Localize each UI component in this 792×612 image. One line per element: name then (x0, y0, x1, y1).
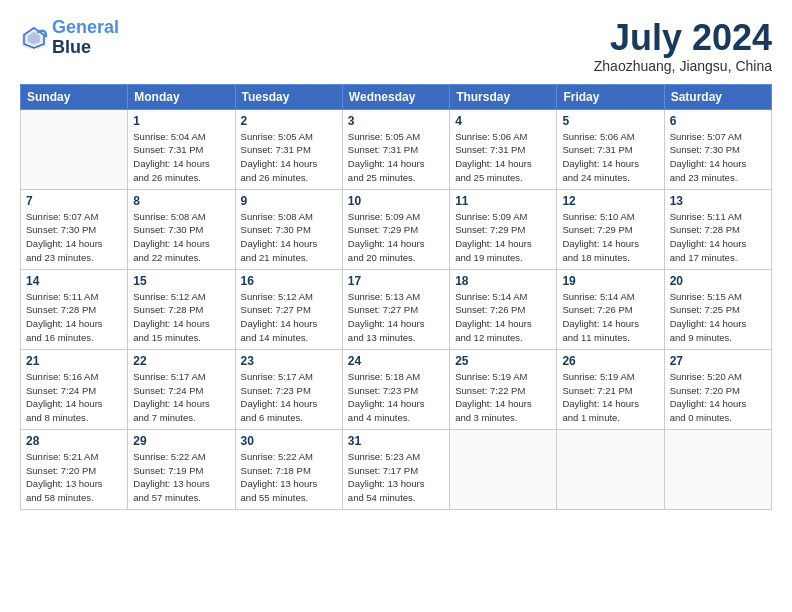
day-number: 8 (133, 194, 229, 208)
day-number: 7 (26, 194, 122, 208)
page: General Blue July 2024 Zhaozhuang, Jiang… (0, 0, 792, 520)
calendar-table: SundayMondayTuesdayWednesdayThursdayFrid… (20, 84, 772, 510)
day-info: Sunrise: 5:07 AMSunset: 7:30 PMDaylight:… (670, 130, 766, 185)
calendar-cell: 27Sunrise: 5:20 AMSunset: 7:20 PMDayligh… (664, 349, 771, 429)
calendar-cell: 30Sunrise: 5:22 AMSunset: 7:18 PMDayligh… (235, 429, 342, 509)
calendar-cell: 11Sunrise: 5:09 AMSunset: 7:29 PMDayligh… (450, 189, 557, 269)
day-number: 17 (348, 274, 444, 288)
logo-icon (20, 24, 48, 52)
day-info: Sunrise: 5:19 AMSunset: 7:21 PMDaylight:… (562, 370, 658, 425)
header: General Blue July 2024 Zhaozhuang, Jiang… (20, 18, 772, 74)
weekday-header-saturday: Saturday (664, 84, 771, 109)
logo-blue: Blue (52, 38, 119, 58)
day-number: 18 (455, 274, 551, 288)
calendar-cell: 1Sunrise: 5:04 AMSunset: 7:31 PMDaylight… (128, 109, 235, 189)
calendar-cell: 7Sunrise: 5:07 AMSunset: 7:30 PMDaylight… (21, 189, 128, 269)
day-number: 3 (348, 114, 444, 128)
calendar-week-2: 7Sunrise: 5:07 AMSunset: 7:30 PMDaylight… (21, 189, 772, 269)
weekday-header-row: SundayMondayTuesdayWednesdayThursdayFrid… (21, 84, 772, 109)
calendar-cell: 28Sunrise: 5:21 AMSunset: 7:20 PMDayligh… (21, 429, 128, 509)
day-number: 22 (133, 354, 229, 368)
location-subtitle: Zhaozhuang, Jiangsu, China (594, 58, 772, 74)
day-number: 9 (241, 194, 337, 208)
day-number: 11 (455, 194, 551, 208)
day-info: Sunrise: 5:22 AMSunset: 7:19 PMDaylight:… (133, 450, 229, 505)
day-info: Sunrise: 5:05 AMSunset: 7:31 PMDaylight:… (241, 130, 337, 185)
calendar-cell: 15Sunrise: 5:12 AMSunset: 7:28 PMDayligh… (128, 269, 235, 349)
day-number: 31 (348, 434, 444, 448)
calendar-cell: 12Sunrise: 5:10 AMSunset: 7:29 PMDayligh… (557, 189, 664, 269)
day-number: 27 (670, 354, 766, 368)
day-info: Sunrise: 5:10 AMSunset: 7:29 PMDaylight:… (562, 210, 658, 265)
day-number: 14 (26, 274, 122, 288)
day-number: 5 (562, 114, 658, 128)
calendar-cell: 5Sunrise: 5:06 AMSunset: 7:31 PMDaylight… (557, 109, 664, 189)
day-info: Sunrise: 5:17 AMSunset: 7:24 PMDaylight:… (133, 370, 229, 425)
day-info: Sunrise: 5:23 AMSunset: 7:17 PMDaylight:… (348, 450, 444, 505)
calendar-cell: 16Sunrise: 5:12 AMSunset: 7:27 PMDayligh… (235, 269, 342, 349)
day-number: 20 (670, 274, 766, 288)
day-info: Sunrise: 5:17 AMSunset: 7:23 PMDaylight:… (241, 370, 337, 425)
day-number: 26 (562, 354, 658, 368)
day-info: Sunrise: 5:07 AMSunset: 7:30 PMDaylight:… (26, 210, 122, 265)
day-info: Sunrise: 5:11 AMSunset: 7:28 PMDaylight:… (670, 210, 766, 265)
day-number: 30 (241, 434, 337, 448)
day-number: 10 (348, 194, 444, 208)
day-info: Sunrise: 5:09 AMSunset: 7:29 PMDaylight:… (348, 210, 444, 265)
day-number: 24 (348, 354, 444, 368)
day-number: 19 (562, 274, 658, 288)
calendar-cell (557, 429, 664, 509)
day-info: Sunrise: 5:08 AMSunset: 7:30 PMDaylight:… (133, 210, 229, 265)
title-block: July 2024 Zhaozhuang, Jiangsu, China (594, 18, 772, 74)
calendar-cell (664, 429, 771, 509)
calendar-cell: 31Sunrise: 5:23 AMSunset: 7:17 PMDayligh… (342, 429, 449, 509)
day-info: Sunrise: 5:06 AMSunset: 7:31 PMDaylight:… (562, 130, 658, 185)
calendar-cell: 3Sunrise: 5:05 AMSunset: 7:31 PMDaylight… (342, 109, 449, 189)
calendar-week-4: 21Sunrise: 5:16 AMSunset: 7:24 PMDayligh… (21, 349, 772, 429)
day-info: Sunrise: 5:04 AMSunset: 7:31 PMDaylight:… (133, 130, 229, 185)
day-info: Sunrise: 5:05 AMSunset: 7:31 PMDaylight:… (348, 130, 444, 185)
logo: General Blue (20, 18, 119, 58)
weekday-header-wednesday: Wednesday (342, 84, 449, 109)
day-number: 28 (26, 434, 122, 448)
day-info: Sunrise: 5:12 AMSunset: 7:28 PMDaylight:… (133, 290, 229, 345)
day-number: 1 (133, 114, 229, 128)
calendar-cell: 14Sunrise: 5:11 AMSunset: 7:28 PMDayligh… (21, 269, 128, 349)
calendar-cell: 26Sunrise: 5:19 AMSunset: 7:21 PMDayligh… (557, 349, 664, 429)
month-title: July 2024 (594, 18, 772, 58)
calendar-cell: 8Sunrise: 5:08 AMSunset: 7:30 PMDaylight… (128, 189, 235, 269)
day-number: 29 (133, 434, 229, 448)
weekday-header-monday: Monday (128, 84, 235, 109)
day-number: 12 (562, 194, 658, 208)
calendar-week-3: 14Sunrise: 5:11 AMSunset: 7:28 PMDayligh… (21, 269, 772, 349)
calendar-cell: 23Sunrise: 5:17 AMSunset: 7:23 PMDayligh… (235, 349, 342, 429)
weekday-header-friday: Friday (557, 84, 664, 109)
day-number: 2 (241, 114, 337, 128)
day-info: Sunrise: 5:18 AMSunset: 7:23 PMDaylight:… (348, 370, 444, 425)
calendar-cell: 2Sunrise: 5:05 AMSunset: 7:31 PMDaylight… (235, 109, 342, 189)
day-info: Sunrise: 5:15 AMSunset: 7:25 PMDaylight:… (670, 290, 766, 345)
day-info: Sunrise: 5:06 AMSunset: 7:31 PMDaylight:… (455, 130, 551, 185)
day-info: Sunrise: 5:13 AMSunset: 7:27 PMDaylight:… (348, 290, 444, 345)
day-info: Sunrise: 5:08 AMSunset: 7:30 PMDaylight:… (241, 210, 337, 265)
calendar-week-1: 1Sunrise: 5:04 AMSunset: 7:31 PMDaylight… (21, 109, 772, 189)
calendar-week-5: 28Sunrise: 5:21 AMSunset: 7:20 PMDayligh… (21, 429, 772, 509)
day-info: Sunrise: 5:11 AMSunset: 7:28 PMDaylight:… (26, 290, 122, 345)
day-info: Sunrise: 5:21 AMSunset: 7:20 PMDaylight:… (26, 450, 122, 505)
day-number: 25 (455, 354, 551, 368)
calendar-cell: 10Sunrise: 5:09 AMSunset: 7:29 PMDayligh… (342, 189, 449, 269)
calendar-cell (21, 109, 128, 189)
calendar-cell: 21Sunrise: 5:16 AMSunset: 7:24 PMDayligh… (21, 349, 128, 429)
day-info: Sunrise: 5:12 AMSunset: 7:27 PMDaylight:… (241, 290, 337, 345)
calendar-cell: 6Sunrise: 5:07 AMSunset: 7:30 PMDaylight… (664, 109, 771, 189)
day-info: Sunrise: 5:14 AMSunset: 7:26 PMDaylight:… (455, 290, 551, 345)
calendar-cell: 24Sunrise: 5:18 AMSunset: 7:23 PMDayligh… (342, 349, 449, 429)
day-number: 6 (670, 114, 766, 128)
day-number: 15 (133, 274, 229, 288)
day-info: Sunrise: 5:14 AMSunset: 7:26 PMDaylight:… (562, 290, 658, 345)
calendar-cell: 17Sunrise: 5:13 AMSunset: 7:27 PMDayligh… (342, 269, 449, 349)
calendar-cell: 29Sunrise: 5:22 AMSunset: 7:19 PMDayligh… (128, 429, 235, 509)
calendar-cell: 9Sunrise: 5:08 AMSunset: 7:30 PMDaylight… (235, 189, 342, 269)
calendar-body: 1Sunrise: 5:04 AMSunset: 7:31 PMDaylight… (21, 109, 772, 509)
logo-general: General (52, 17, 119, 37)
